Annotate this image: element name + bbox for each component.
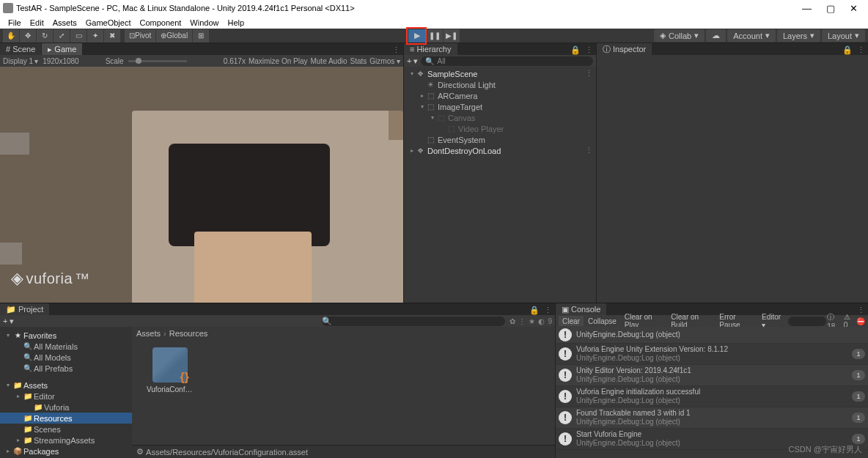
project-filter-button[interactable]: ◐: [538, 317, 545, 325]
menu-window[interactable]: Window: [186, 18, 222, 27]
custom-tool[interactable]: ✖: [104, 29, 120, 43]
tab-options-icon[interactable]: ⋮: [392, 45, 400, 55]
rotate-tool[interactable]: ↻: [37, 29, 53, 43]
asset-vuforia-configuration[interactable]: VuforiaConfigurat...: [147, 347, 194, 394]
maximize-button[interactable]: ▢: [826, 3, 835, 14]
mute-audio[interactable]: Mute Audio: [310, 57, 347, 65]
close-button[interactable]: ✕: [850, 3, 858, 14]
console-clear-button[interactable]: Clear on Play: [621, 316, 667, 326]
menu-file[interactable]: File: [4, 18, 25, 27]
console-clear-button[interactable]: Clear on Build: [667, 316, 715, 326]
gizmos-dropdown[interactable]: Gizmos ▾: [369, 57, 400, 65]
project-tree-favorites[interactable]: ▾★Favorites: [0, 330, 132, 341]
console-tab[interactable]: ▣ Console: [556, 303, 606, 315]
console-search[interactable]: [788, 317, 827, 326]
info-icon: !: [559, 390, 572, 403]
move-tool[interactable]: ✥: [20, 29, 36, 43]
project-filter-button[interactable]: 9: [548, 317, 552, 325]
inspector-options-icon[interactable]: ⋮: [857, 45, 865, 55]
game-tab[interactable]: ▸ Game: [42, 43, 82, 55]
project-tree-editor[interactable]: ▸📁Editor: [0, 391, 132, 402]
minimize-button[interactable]: —: [802, 3, 812, 14]
console-error-button[interactable]: Error Pause: [716, 316, 757, 326]
console-log-row[interactable]: !Found Trackable named 3 with id 1UnityE…: [556, 407, 868, 429]
scriptable-object-icon: [152, 347, 188, 383]
menu-component[interactable]: Component: [136, 18, 185, 27]
project-options-icon[interactable]: ⋮: [544, 306, 552, 315]
console-editor-button[interactable]: Editor ▾: [758, 316, 787, 326]
project-filter-button[interactable]: ✿: [510, 317, 515, 325]
hierarchy-canvas[interactable]: ▾⬚Canvas: [404, 112, 596, 123]
project-tree-resources[interactable]: 📁Resources: [0, 413, 132, 424]
hierarchy-samplescene[interactable]: ▾❖SampleScene⋮: [404, 68, 596, 79]
stats-toggle[interactable]: Stats: [350, 57, 367, 65]
console-log-row[interactable]: !Vuforia Engine initialization successfu…: [556, 386, 868, 407]
layout-dropdown[interactable]: Layout ▾: [822, 29, 865, 42]
menu-edit[interactable]: Edit: [26, 18, 48, 27]
main-toolbar: ✋ ✥ ↻ ⤢ ▭ ✦ ✖ ⊡ Pivot ⊕ Global ⊞ ▶ ❚❚ ▶❚…: [0, 29, 868, 43]
transform-tool[interactable]: ✦: [87, 29, 103, 43]
maximize-on-play[interactable]: Maximize On Play: [249, 57, 308, 65]
window-title: TestAR - SampleScene - PC, Mac & Linux S…: [16, 4, 355, 12]
play-button[interactable]: ▶: [408, 29, 426, 43]
step-button[interactable]: ▶❚: [444, 29, 460, 43]
hierarchy-search[interactable]: 🔍 All: [421, 56, 593, 66]
project-search[interactable]: 🔍: [322, 317, 505, 326]
console-log-row[interactable]: !UnityEngine.Debug:Log (object): [556, 327, 868, 344]
menu-assets[interactable]: Assets: [49, 18, 81, 27]
scale-value: 0.617x: [224, 57, 246, 65]
project-tab[interactable]: 📁 Project: [0, 303, 49, 315]
hierarchy-dontdestroyonload[interactable]: ▸❖DontDestroyOnLoad⋮: [404, 145, 596, 156]
global-toggle[interactable]: ⊕ Global: [156, 29, 192, 43]
hierarchy-arcamera[interactable]: ▸⬚ARCamera: [404, 90, 596, 101]
hierarchy-lock-icon[interactable]: 🔒: [570, 45, 581, 55]
project-filter-button[interactable]: ★: [529, 317, 535, 325]
hierarchy-options-icon[interactable]: ⋮: [585, 45, 593, 55]
project-tree-streamingassets[interactable]: ▸📁StreamingAssets: [0, 435, 132, 446]
error-count-icon[interactable]: ⛔: [856, 317, 865, 325]
project-add-button[interactable]: + ▾: [3, 317, 14, 326]
collab-dropdown[interactable]: ◈ Collab ▾: [654, 29, 705, 42]
project-tree-scenes[interactable]: 📁Scenes: [0, 424, 132, 435]
project-tree-packages[interactable]: ▸📦Packages: [0, 446, 132, 457]
hierarchy-add-button[interactable]: + ▾: [407, 56, 418, 66]
project-tree-assets[interactable]: ▾📁Assets: [0, 380, 132, 391]
snap-toggle[interactable]: ⊞: [193, 29, 209, 43]
asset-type-icon: ⚙: [136, 447, 144, 457]
console-log-row[interactable]: !Unity Editor Version: 2019.4.24f1c1Unit…: [556, 365, 868, 386]
console-clear-button[interactable]: Clear: [559, 316, 584, 326]
hand-tool[interactable]: ✋: [3, 29, 19, 43]
hierarchy-directional-light[interactable]: ☀Directional Light: [404, 79, 596, 90]
project-tree-all-materials[interactable]: 🔍All Materials: [0, 341, 132, 352]
resolution-dropdown[interactable]: 1920x1080: [43, 57, 79, 65]
hierarchy-imagetarget[interactable]: ▾⬚ImageTarget: [404, 101, 596, 112]
project-tree-all-models[interactable]: 🔍All Models: [0, 352, 132, 363]
scale-label: Scale: [106, 57, 124, 65]
scale-slider[interactable]: [128, 60, 187, 62]
console-collapse-button[interactable]: Collapse: [584, 316, 620, 326]
pivot-toggle[interactable]: ⊡ Pivot: [125, 29, 155, 43]
hierarchy-tab[interactable]: ≡ Hierarchy: [404, 43, 457, 55]
layers-dropdown[interactable]: Layers ▾: [777, 29, 820, 42]
scene-tab[interactable]: # Scene: [0, 43, 41, 55]
inspector-lock-icon[interactable]: 🔒: [842, 45, 853, 55]
project-filter-button[interactable]: ⋮: [518, 317, 526, 325]
info-icon: !: [559, 411, 572, 424]
project-tree-vuforia[interactable]: 📁Vuforia: [0, 402, 132, 413]
menu-gameobject[interactable]: GameObject: [82, 18, 135, 27]
console-log-row[interactable]: !Vuforia Engine Unity Extension Version:…: [556, 344, 868, 365]
menu-help[interactable]: Help: [224, 18, 248, 27]
inspector-tab[interactable]: ⓘ Inspector: [597, 43, 652, 55]
hierarchy-eventsystem[interactable]: ⬚EventSystem: [404, 134, 596, 145]
cloud-button[interactable]: ☁: [706, 29, 726, 42]
watermark: CSDN @宇宙好男人: [789, 444, 862, 455]
display-dropdown[interactable]: Display 1 ▾: [3, 57, 38, 65]
pause-button[interactable]: ❚❚: [427, 29, 443, 43]
account-dropdown[interactable]: Account ▾: [727, 29, 776, 42]
project-lock-icon[interactable]: 🔒: [529, 306, 540, 315]
project-tree-all-prefabs[interactable]: 🔍All Prefabs: [0, 363, 132, 374]
breadcrumb[interactable]: Assets›Resources: [132, 327, 555, 340]
rect-tool[interactable]: ▭: [70, 29, 87, 43]
scale-tool[interactable]: ⤢: [54, 29, 70, 43]
hierarchy-video-player[interactable]: ⬚Video Player: [404, 123, 596, 134]
